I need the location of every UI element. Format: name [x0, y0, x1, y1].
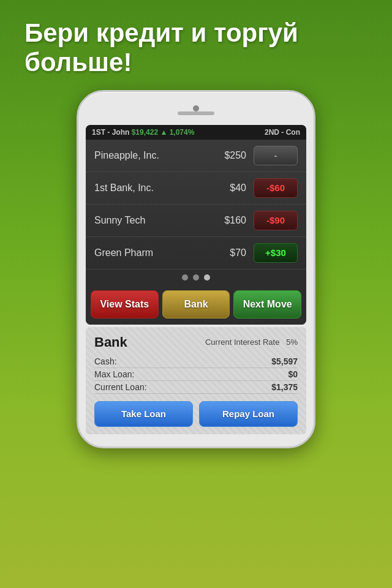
phone-camera [193, 105, 199, 111]
player2-info: 2ND - Con [265, 128, 300, 137]
phone-speaker [178, 111, 214, 115]
bank-rate: Current Interest Rate 5% [205, 337, 298, 347]
table-row: Pineapple, Inc. $250 - [86, 140, 306, 172]
bank-buttons: Take Loan Repay Loan [94, 401, 298, 427]
stock-btn-2[interactable]: -$90 [254, 211, 298, 230]
player1-info: 1ST - John $19,422 ▲ 1,074% [92, 128, 194, 137]
phone-wrapper: 1ST - John $19,422 ▲ 1,074% 2ND - Con Pi… [0, 90, 392, 448]
table-row: 1st Bank, Inc. $40 -$60 [86, 172, 306, 205]
screen: 1ST - John $19,422 ▲ 1,074% 2ND - Con Pi… [86, 125, 306, 325]
header-text: Бери кредит и торгуй больше! [0, 0, 392, 90]
take-loan-button[interactable]: Take Loan [94, 401, 193, 427]
bank-currentloan-row: Current Loan: $1,375 [94, 381, 298, 394]
bank-title: Bank [94, 334, 127, 350]
stock-btn-1[interactable]: -$60 [254, 178, 298, 198]
bank-cash-row: Cash: $5,597 [94, 355, 298, 368]
bank-maxloan-row: Max Loan: $0 [94, 368, 298, 381]
stock-list: Pineapple, Inc. $250 - 1st Bank, Inc. $4… [86, 140, 306, 270]
bank-header: Bank Current Interest Rate 5% [94, 334, 298, 350]
repay-loan-button[interactable]: Repay Loan [199, 401, 298, 427]
dot-2 [193, 274, 199, 281]
bank-button[interactable]: Bank [162, 290, 230, 318]
page-indicators [86, 270, 306, 285]
table-row: Sunny Tech $160 -$90 [86, 205, 306, 237]
view-stats-button[interactable]: View Stats [91, 290, 159, 318]
bank-panel: Bank Current Interest Rate 5% Cash: $5,5… [86, 327, 306, 434]
next-move-button[interactable]: Next Move [233, 290, 301, 318]
stock-btn-3[interactable]: +$30 [254, 243, 298, 263]
dot-1 [182, 274, 188, 281]
action-buttons-row: View Stats Bank Next Move [86, 285, 306, 325]
status-bar: 1ST - John $19,422 ▲ 1,074% 2ND - Con [86, 125, 306, 140]
dot-3 [204, 274, 210, 281]
table-row: Green Pharm $70 +$30 [86, 237, 306, 270]
phone: 1ST - John $19,422 ▲ 1,074% 2ND - Con Pi… [77, 90, 315, 448]
stock-btn-0[interactable]: - [254, 146, 298, 165]
